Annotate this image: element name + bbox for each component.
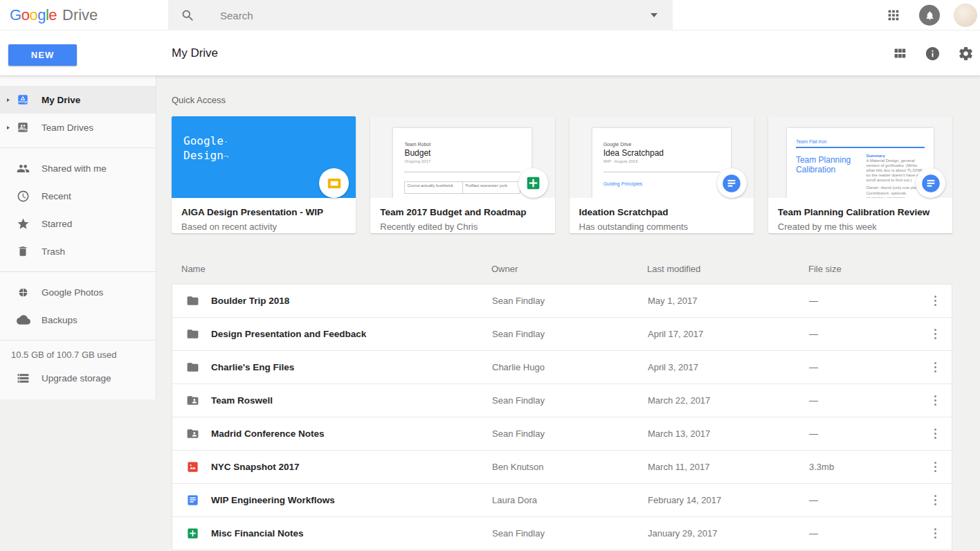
row-menu-button[interactable] xyxy=(930,359,941,376)
cloud-icon xyxy=(17,313,30,327)
new-button[interactable]: NEW xyxy=(8,44,77,66)
expand-arrow-icon[interactable] xyxy=(5,125,11,131)
quick-access-card[interactable]: Google· Design¬ AIGA Design Presentation… xyxy=(172,116,356,233)
file-size: — xyxy=(809,329,924,339)
google-drive-app: Google Drive NEW My Drive xyxy=(0,0,980,551)
file-size: — xyxy=(809,428,924,439)
row-menu-button[interactable] xyxy=(930,525,941,542)
google-logo: Google xyxy=(10,6,57,24)
row-menu-button[interactable] xyxy=(930,492,941,509)
team-drives-icon xyxy=(17,121,29,134)
slides-file-icon xyxy=(319,168,349,198)
quick-access-heading: Quick Access xyxy=(172,95,226,105)
image-icon xyxy=(186,460,199,473)
column-header-last-modified[interactable]: Last modified xyxy=(647,264,808,274)
sidebar-item-my-drive[interactable]: My Drive xyxy=(0,86,156,114)
column-header-name[interactable]: Name xyxy=(172,264,491,274)
sheets-file-icon xyxy=(518,168,548,198)
search-bar[interactable] xyxy=(168,0,673,30)
grid-view-icon[interactable] xyxy=(892,46,907,61)
user-avatar[interactable] xyxy=(954,3,977,27)
file-owner: Sean Findlay xyxy=(492,428,648,439)
my-drive-icon xyxy=(17,93,29,106)
sidebar-item-label: My Drive xyxy=(42,95,80,105)
trash-icon xyxy=(17,245,29,258)
file-name: Boulder Trip 2018 xyxy=(211,296,289,306)
column-header-file-size[interactable]: File size xyxy=(808,264,923,274)
row-menu-button[interactable] xyxy=(930,293,941,309)
file-owner: Charlie Hugo xyxy=(492,362,648,372)
row-menu-button[interactable] xyxy=(930,426,941,442)
row-menu-button[interactable] xyxy=(930,392,941,409)
file-owner: Ben Knutson xyxy=(492,462,648,472)
expand-arrow-icon[interactable] xyxy=(5,97,11,103)
quick-access-card[interactable]: Team Robot Budget Ongoing 2017 Cronut ac… xyxy=(370,116,554,233)
file-modified: January 29, 2017 xyxy=(648,528,809,539)
row-menu-button[interactable] xyxy=(930,459,941,476)
search-icon xyxy=(181,8,195,23)
notifications-bell-icon[interactable] xyxy=(919,5,940,26)
row-menu-button[interactable] xyxy=(930,326,941,343)
sidebar-item-label: Starred xyxy=(42,219,72,229)
file-name: Design Presentation and Feedback xyxy=(211,329,366,339)
drive-logo-label: Drive xyxy=(62,6,98,24)
quick-access-card[interactable]: Google Drive Idea Scratchpad WIP - Augus… xyxy=(570,116,754,233)
table-row[interactable]: WIP Engineering WorkflowsLaura DoraFebru… xyxy=(172,484,952,517)
file-size: — xyxy=(809,495,924,505)
file-name: Madrid Conference Notes xyxy=(211,428,325,439)
sidebar-item-backups[interactable]: Backups xyxy=(0,306,156,334)
sidebar-item-label: Trash xyxy=(42,246,65,257)
file-size: — xyxy=(809,528,924,539)
quick-access-card[interactable]: Team Flat Iron Team Planning Calibration… xyxy=(768,116,952,233)
sidebar-item-recent[interactable]: Recent xyxy=(0,182,156,210)
card-subtitle: Recently edited by Chris xyxy=(380,222,545,232)
file-name: Misc Financial Notes xyxy=(211,528,304,539)
file-size: 3.3mb xyxy=(809,462,924,472)
sidebar-divider xyxy=(0,147,156,148)
table-row[interactable]: Misc Financial NotesSean FindlayJanuary … xyxy=(172,517,952,550)
sidebar-divider xyxy=(0,271,156,272)
table-row[interactable]: Boulder Trip 2018Sean FindlayMay 1, 2017… xyxy=(172,284,952,318)
top-bar: Google Drive xyxy=(0,0,980,30)
sidebar-item-trash[interactable]: Trash xyxy=(0,237,156,265)
sidebar-item-label: Shared with me xyxy=(42,163,107,174)
drive-toolbar: NEW My Drive xyxy=(0,30,980,76)
table-row[interactable]: Charlie's Eng FilesCharlie HugoApril 3, … xyxy=(172,351,952,384)
table-row[interactable]: Design Presentation and FeedbackSean Fin… xyxy=(172,318,952,351)
docs-file-icon xyxy=(916,168,945,198)
folder-icon xyxy=(186,327,199,341)
file-owner: Sean Findlay xyxy=(492,329,648,339)
folder-icon xyxy=(186,361,199,374)
card-title: Ideation Scratchpad xyxy=(579,207,744,217)
settings-gear-icon[interactable] xyxy=(958,46,974,62)
search-options-caret-icon[interactable] xyxy=(651,13,657,17)
docs-file-icon xyxy=(717,168,747,198)
sidebar-item-starred[interactable]: Starred xyxy=(0,210,156,237)
quick-access-cards: Google· Design¬ AIGA Design Presentation… xyxy=(172,116,952,233)
folder-shared-icon xyxy=(186,394,199,407)
sidebar-item-label: Backups xyxy=(42,315,78,325)
sidebar-item-shared-with-me[interactable]: Shared with me xyxy=(0,154,156,182)
photos-pinwheel-icon xyxy=(17,286,30,299)
sidebar-item-upgrade-storage[interactable]: Upgrade storage xyxy=(0,364,156,392)
info-icon[interactable] xyxy=(925,46,941,62)
file-modified: April 17, 2017 xyxy=(648,329,809,339)
sidebar-item-label: Team Drives xyxy=(42,123,93,133)
search-input[interactable] xyxy=(220,10,651,21)
card-title: Team 2017 Budget and Roadmap xyxy=(380,207,545,217)
table-row[interactable]: NYC Snapshot 2017Ben KnutsonMarch 11, 20… xyxy=(172,451,952,484)
sidebar-item-team-drives[interactable]: Team Drives xyxy=(0,114,156,141)
table-row[interactable]: Team RoswellSean FindlayMarch 22, 2017— xyxy=(172,384,952,417)
file-list-header: Name Owner Last modified File size xyxy=(172,253,952,284)
google-apps-grid-icon[interactable] xyxy=(886,8,901,23)
folder-icon xyxy=(186,294,199,307)
brand[interactable]: Google Drive xyxy=(10,0,98,30)
table-row[interactable]: Madrid Conference NotesSean FindlayMarch… xyxy=(172,417,952,451)
sidebar-item-google-photos[interactable]: Google Photos xyxy=(0,278,156,306)
card-subtitle: Based on recent activity xyxy=(181,222,346,232)
column-header-owner[interactable]: Owner xyxy=(491,264,647,274)
file-owner: Sean Findlay xyxy=(492,296,648,306)
file-owner: Sean Findlay xyxy=(492,528,648,539)
clock-icon xyxy=(17,190,30,203)
file-name: Charlie's Eng Files xyxy=(211,362,294,372)
